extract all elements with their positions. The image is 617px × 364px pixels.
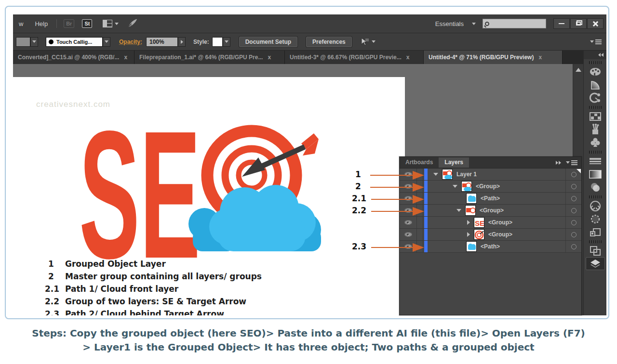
expand-collapse-icon[interactable] bbox=[433, 173, 438, 176]
panel-dock bbox=[583, 51, 606, 315]
color-guide-panel-icon[interactable] bbox=[586, 91, 605, 104]
collapse-panel-icon[interactable] bbox=[555, 161, 561, 165]
variable-width-dropdown[interactable] bbox=[16, 37, 38, 47]
arrange-documents-icon[interactable] bbox=[103, 20, 112, 27]
layer-name[interactable]: <Path> bbox=[481, 195, 500, 202]
brushes-panel-icon[interactable] bbox=[586, 123, 605, 136]
collapse-dock-icon[interactable] bbox=[584, 51, 606, 59]
tab-document-4-active[interactable]: Untitled-4* @ 71% (RGB/GPU Preview) x bbox=[424, 51, 563, 64]
layer-row-inner-group[interactable]: <Group> bbox=[400, 205, 581, 217]
menu-help[interactable]: Help bbox=[29, 20, 54, 27]
selected-art-indicator bbox=[577, 169, 581, 173]
tab-close-icon[interactable]: x bbox=[124, 54, 127, 61]
tab-close-icon[interactable]: x bbox=[406, 54, 410, 61]
layer-name[interactable]: <Group> bbox=[488, 219, 512, 226]
tab-artboards[interactable]: Artboards bbox=[400, 157, 439, 168]
workspace-switcher[interactable]: Essentials bbox=[429, 20, 469, 27]
bridge-icon[interactable]: Br bbox=[64, 19, 74, 28]
layer-row-path-front-cloud[interactable]: <Path> bbox=[400, 193, 581, 205]
stroke-panel-icon[interactable] bbox=[586, 155, 605, 168]
lock-toggle[interactable] bbox=[417, 217, 423, 228]
tab-document-3[interactable]: Untitled-3* @ 66.67% (RGB/GPU Previe... … bbox=[285, 51, 424, 64]
expand-collapse-icon[interactable] bbox=[456, 209, 461, 212]
tab-document-1[interactable]: Converted]_CC15.ai @ 400% (RGB/... x bbox=[13, 51, 134, 64]
layer-row-group[interactable]: <Group> bbox=[400, 181, 581, 193]
expand-collapse-icon[interactable] bbox=[453, 185, 457, 188]
layer-name[interactable]: <Path> bbox=[481, 243, 500, 250]
target-selection[interactable] bbox=[565, 229, 581, 240]
layer-name[interactable]: Layer 1 bbox=[456, 171, 477, 178]
scroll-up-icon[interactable] bbox=[576, 68, 581, 72]
thumbnail-cloud[interactable] bbox=[466, 193, 477, 204]
creative-cloud-icon[interactable] bbox=[586, 199, 605, 212]
minimize-button[interactable] bbox=[553, 18, 570, 29]
thumbnail-seo[interactable] bbox=[461, 181, 472, 192]
search-input[interactable] bbox=[491, 20, 539, 27]
symbols-panel-icon[interactable] bbox=[586, 136, 605, 149]
chevron-down-icon[interactable] bbox=[472, 23, 476, 25]
menu-window-partial[interactable]: w bbox=[13, 20, 29, 27]
thumbnail-se[interactable]: SE bbox=[474, 217, 484, 228]
color-panel-icon[interactable] bbox=[586, 65, 605, 78]
tab-layers[interactable]: Layers bbox=[439, 157, 469, 168]
select-similar-icon[interactable] bbox=[586, 212, 605, 225]
selection-color-bar bbox=[424, 217, 428, 228]
opacity-spinner[interactable] bbox=[178, 37, 186, 47]
target-selection[interactable] bbox=[565, 181, 581, 192]
layer-row-se-group[interactable]: SE <Group> bbox=[400, 217, 581, 229]
target-selection[interactable] bbox=[565, 205, 581, 216]
lock-toggle[interactable] bbox=[417, 229, 423, 240]
selection-color-bar bbox=[424, 205, 428, 216]
chevron-down-icon[interactable] bbox=[115, 23, 119, 25]
gradient-swatch-icon[interactable] bbox=[586, 168, 605, 181]
selection-color-bar bbox=[424, 193, 428, 204]
gpu-performance-icon[interactable] bbox=[127, 18, 138, 29]
target-selection[interactable] bbox=[565, 193, 581, 204]
style-swatch[interactable] bbox=[212, 37, 223, 47]
asset-export-icon[interactable] bbox=[586, 225, 605, 238]
visibility-toggle[interactable] bbox=[400, 229, 417, 240]
control-panel-menu-icon[interactable] bbox=[590, 39, 602, 45]
gradient-panel-icon[interactable] bbox=[586, 78, 605, 91]
tab-close-icon[interactable]: x bbox=[538, 54, 542, 61]
expand-collapse-icon[interactable] bbox=[467, 232, 470, 237]
document-setup-button[interactable]: Document Setup bbox=[239, 37, 297, 47]
expand-collapse-icon[interactable] bbox=[467, 220, 470, 225]
pathfinder-panel-icon[interactable] bbox=[586, 244, 605, 257]
preferences-button[interactable]: Preferences bbox=[306, 37, 352, 47]
restore-button[interactable] bbox=[570, 18, 587, 29]
layer-row-target-group[interactable]: <Group> bbox=[400, 229, 581, 241]
opacity-label[interactable]: Opacity: bbox=[119, 39, 142, 45]
annotation-arrow bbox=[370, 187, 414, 188]
brush-definition-dropdown[interactable]: Touch Callig... bbox=[46, 37, 110, 47]
annotation-arrow bbox=[371, 199, 414, 200]
opacity-value[interactable]: 100% bbox=[146, 37, 178, 47]
thumbnail-seo[interactable] bbox=[465, 205, 476, 216]
thumbnail-seo[interactable] bbox=[442, 169, 453, 180]
target-selection[interactable] bbox=[565, 169, 581, 180]
layer-row-layer1[interactable]: Layer 1 bbox=[400, 169, 581, 181]
transparency-panel-icon[interactable] bbox=[586, 181, 605, 194]
layer-name[interactable]: <Group> bbox=[488, 231, 512, 238]
target-selection[interactable] bbox=[565, 241, 581, 252]
search-field[interactable] bbox=[483, 19, 546, 28]
tab-document-2[interactable]: Filepreparation_1.ai* @ 64% (RGB/GPU Pre… bbox=[134, 51, 285, 64]
thumbnail-cloud[interactable] bbox=[466, 241, 477, 252]
layer-name[interactable]: <Group> bbox=[480, 207, 504, 214]
layers-panel-icon[interactable] bbox=[586, 257, 605, 270]
target-selection[interactable] bbox=[565, 217, 581, 228]
swatches-panel-icon[interactable] bbox=[586, 110, 605, 123]
close-button[interactable] bbox=[587, 18, 604, 29]
visibility-toggle[interactable] bbox=[400, 217, 417, 228]
seo-artwork[interactable]: SE bbox=[78, 123, 329, 260]
style-dropdown[interactable] bbox=[223, 37, 230, 47]
tab-close-icon[interactable]: x bbox=[268, 54, 271, 61]
thumbnail-target[interactable] bbox=[474, 229, 484, 240]
dock-grip bbox=[589, 240, 602, 243]
isolate-selection-icon[interactable] bbox=[360, 38, 376, 46]
artboard[interactable]: creativesnext.com SE bbox=[13, 77, 405, 315]
layers-panel-menu-icon[interactable] bbox=[566, 159, 577, 166]
stock-icon[interactable]: St bbox=[82, 19, 92, 28]
layer-row-path-back-cloud[interactable]: <Path> bbox=[400, 241, 581, 253]
layer-name[interactable]: <Group> bbox=[476, 183, 500, 190]
